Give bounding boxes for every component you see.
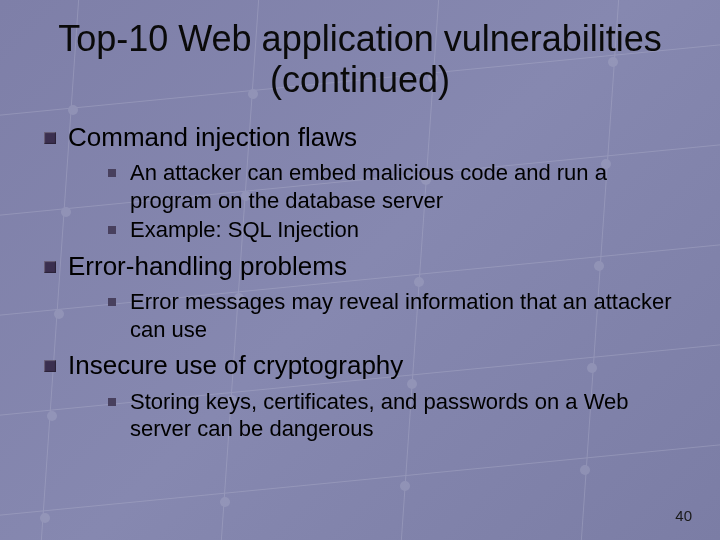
- bullet-square-icon: [44, 261, 56, 273]
- bullet-small-square-icon: [108, 169, 116, 177]
- section-heading-text: Command injection flaws: [68, 121, 357, 154]
- slide: Top-10 Web application vulnerabilities (…: [0, 0, 720, 540]
- bullet-square-icon: [44, 360, 56, 372]
- page-number: 40: [675, 507, 692, 524]
- section-heading-text: Insecure use of cryptography: [68, 349, 403, 382]
- slide-title: Top-10 Web application vulnerabilities (…: [30, 18, 690, 101]
- bullet-square-icon: [44, 132, 56, 144]
- list-item: Example: SQL Injection: [30, 216, 690, 244]
- bullet-small-square-icon: [108, 398, 116, 406]
- list-item: Error messages may reveal information th…: [30, 288, 690, 343]
- list-item-text: Storing keys, certificates, and password…: [130, 388, 680, 443]
- list-item-text: Error messages may reveal information th…: [130, 288, 680, 343]
- section-heading: Insecure use of cryptography: [30, 349, 690, 382]
- bullet-small-square-icon: [108, 226, 116, 234]
- list-item-text: An attacker can embed malicious code and…: [130, 159, 680, 214]
- section-heading: Error-handling problems: [30, 250, 690, 283]
- bullet-small-square-icon: [108, 298, 116, 306]
- list-item-text: Example: SQL Injection: [130, 216, 359, 244]
- list-item: An attacker can embed malicious code and…: [30, 159, 690, 214]
- list-item: Storing keys, certificates, and password…: [30, 388, 690, 443]
- section-heading-text: Error-handling problems: [68, 250, 347, 283]
- section-heading: Command injection flaws: [30, 121, 690, 154]
